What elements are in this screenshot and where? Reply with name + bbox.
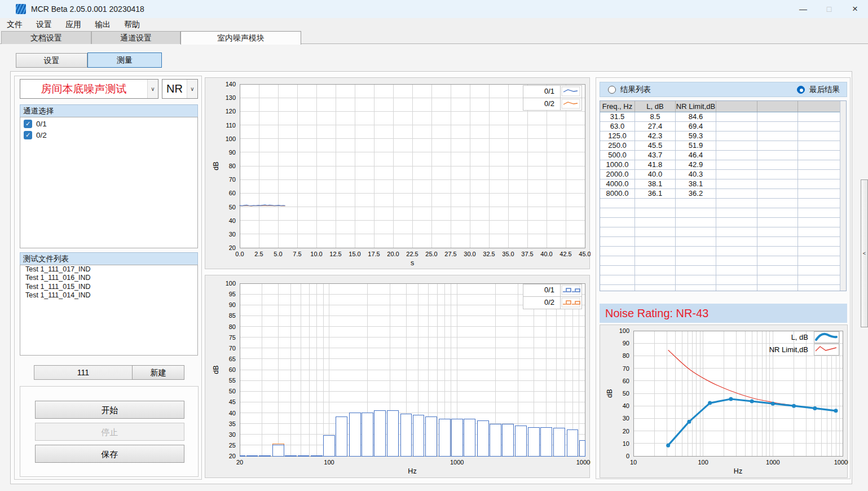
svg-text:40.0: 40.0 <box>540 251 552 257</box>
radio-result-list[interactable] <box>608 86 616 94</box>
table-cell: 59.3 <box>676 131 716 141</box>
collapse-panel-button[interactable]: < <box>861 179 868 327</box>
table-cell: 43.7 <box>635 151 676 160</box>
channel-label: 0/2 <box>36 131 47 139</box>
table-cell <box>757 151 798 160</box>
start-button[interactable]: 开始 <box>35 401 184 419</box>
svg-text:20: 20 <box>623 428 629 435</box>
table-cell <box>600 218 635 227</box>
menu-item-4[interactable]: 输出 <box>88 18 117 31</box>
file-name-input[interactable] <box>34 365 133 380</box>
table-cell <box>676 237 716 247</box>
table-cell <box>757 179 798 189</box>
menu-item-1[interactable]: 文件 <box>0 18 29 31</box>
table-cell <box>798 189 841 199</box>
file-list-item[interactable]: Test 1_111_017_IND <box>20 265 197 274</box>
table-cell <box>757 218 798 227</box>
table-cell <box>635 266 676 275</box>
table-cell <box>676 247 716 256</box>
table-header-cell: Freq., Hz <box>600 101 635 112</box>
svg-text:1000: 1000 <box>766 459 779 466</box>
save-button[interactable]: 保存 <box>35 445 184 463</box>
table-scrollbar[interactable] <box>840 101 846 291</box>
table-cell <box>716 208 757 218</box>
tab-measure[interactable]: 测量 <box>87 52 162 68</box>
svg-text:L, dB: L, dB <box>791 333 808 341</box>
svg-text:60: 60 <box>229 366 236 373</box>
table-row <box>600 275 846 285</box>
menu-item-5[interactable]: 帮助 <box>117 18 147 31</box>
table-cell: 36.1 <box>635 189 676 199</box>
menu-item-3[interactable]: 应用 <box>59 18 88 31</box>
maximize-icon[interactable]: □ <box>816 0 842 18</box>
table-cell <box>757 247 798 256</box>
svg-text:20: 20 <box>236 459 243 466</box>
table-cell <box>716 285 757 291</box>
table-cell <box>635 256 676 266</box>
svg-text:2.5: 2.5 <box>254 251 263 257</box>
spectrum-chart: 2025303540455055606570758085909510020100… <box>205 275 590 478</box>
svg-text:35: 35 <box>229 420 236 427</box>
table-cell <box>600 266 635 275</box>
rating-type-value: NR <box>162 80 187 98</box>
chevron-down-icon[interactable]: ∨ <box>187 80 197 98</box>
app-window: { "window": {"title": "MCR Beta 2.05.0.0… <box>0 0 868 491</box>
svg-text:90: 90 <box>229 149 236 156</box>
results-table: Freq., HzL, dBNR Limit,dB31.58.584.663.0… <box>600 100 847 291</box>
table-row <box>600 285 846 291</box>
channel-item[interactable]: ✓0/1 <box>24 119 197 129</box>
table-cell <box>798 199 841 208</box>
stop-button[interactable]: 停止 <box>35 423 184 441</box>
table-cell: 31.5 <box>600 112 635 122</box>
table-cell <box>716 237 757 247</box>
table-cell <box>798 247 841 256</box>
chevron-down-icon[interactable]: ∨ <box>147 80 158 98</box>
table-header-cell: L, dB <box>635 101 676 112</box>
svg-text:100: 100 <box>226 280 236 287</box>
checkbox-checked-icon[interactable]: ✓ <box>24 120 32 128</box>
svg-text:0/1: 0/1 <box>544 286 554 294</box>
channel-item[interactable]: ✓0/2 <box>24 130 197 140</box>
rating-type-combobox[interactable]: NR ∨ <box>162 79 198 99</box>
table-header-row: Freq., HzL, dBNR Limit,dB <box>600 101 846 112</box>
radio-last-result[interactable] <box>797 86 805 94</box>
table-cell <box>716 112 757 122</box>
svg-text:60: 60 <box>229 190 236 196</box>
tab-channel-settings[interactable]: 通道设置 <box>91 31 180 44</box>
file-list-item[interactable]: Test 1_111_014_IND <box>20 291 197 300</box>
svg-text:10: 10 <box>630 459 637 466</box>
table-row: 63.027.469.4 <box>600 122 846 131</box>
tab-settings[interactable]: 设置 <box>16 53 87 68</box>
table-cell <box>798 208 841 218</box>
table-row: 125.042.359.3 <box>600 131 846 141</box>
svg-text:100: 100 <box>619 327 629 334</box>
checkbox-checked-icon[interactable]: ✓ <box>24 131 32 139</box>
new-button[interactable]: 新建 <box>132 365 184 380</box>
svg-text:Hz: Hz <box>734 467 742 475</box>
tab-room-noise[interactable]: 室内噪声模块 <box>180 31 301 45</box>
radio-last-result-label: 最后结果 <box>809 85 840 95</box>
table-cell <box>676 199 716 208</box>
test-type-combobox[interactable]: 房间本底噪声测试 ∨ <box>20 79 158 99</box>
table-cell <box>757 256 798 266</box>
minimize-icon[interactable]: — <box>790 0 816 18</box>
table-header-cell <box>716 101 757 112</box>
module-content: 设置 测量 房间本底噪声测试 ∨ NR ∨ 通道选择 ✓0/1✓0/2 测试文件… <box>0 44 868 491</box>
table-cell <box>757 112 798 122</box>
table-cell <box>716 256 757 266</box>
table-cell: 27.4 <box>635 122 676 131</box>
result-view-switch: 结果列表 最后结果 <box>600 82 847 97</box>
file-list-item[interactable]: Test 1_111_016_IND <box>20 274 197 282</box>
svg-text:dB: dB <box>212 161 220 170</box>
table-row <box>600 208 846 218</box>
close-icon[interactable]: × <box>842 0 868 18</box>
table-cell <box>757 237 798 247</box>
svg-text:50: 50 <box>229 388 236 394</box>
svg-text:120: 120 <box>226 108 236 115</box>
svg-text:140: 140 <box>226 81 236 87</box>
file-list-item[interactable]: Test 1_111_015_IND <box>20 283 197 291</box>
tab-doc-settings[interactable]: 文档设置 <box>1 31 91 44</box>
table-cell <box>635 237 676 247</box>
svg-text:1000: 1000 <box>450 459 464 466</box>
menu-item-2[interactable]: 设置 <box>29 18 59 31</box>
